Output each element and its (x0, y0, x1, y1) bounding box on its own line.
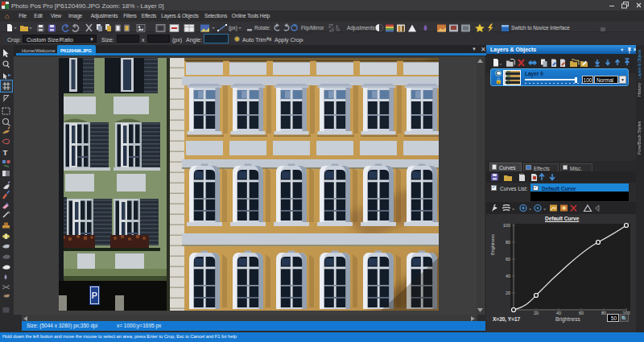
svg-text:80: 80 (601, 311, 606, 315)
svg-text:Flip/Mirror: Flip/Mirror (301, 25, 324, 31)
svg-text:100: 100 (503, 223, 510, 228)
svg-text:T: T (3, 148, 8, 157)
svg-text:Switch to Novice Interface: Switch to Novice Interface (511, 25, 570, 31)
svg-text:20: 20 (506, 290, 510, 295)
svg-text:60: 60 (506, 257, 510, 262)
svg-text:(px): (px) (229, 25, 237, 31)
svg-text:60: 60 (579, 311, 584, 315)
svg-text:Rotate:: Rotate: (254, 25, 271, 31)
svg-text:Brightness: Brightness (490, 234, 495, 255)
svg-text:40: 40 (556, 311, 561, 315)
svg-text:Adjustments:: Adjustments: (347, 25, 377, 31)
svg-text:80: 80 (506, 240, 510, 245)
svg-text:20: 20 (534, 311, 539, 315)
svg-text:P: P (92, 290, 97, 300)
svg-text:40: 40 (506, 274, 510, 278)
